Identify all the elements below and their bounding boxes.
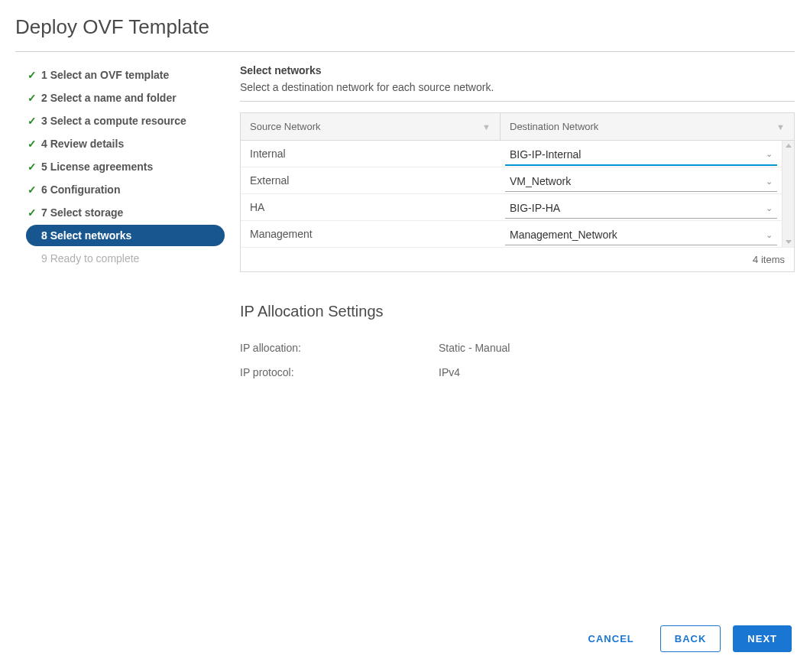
wizard-step[interactable]: ✓2 Select a name and folder	[15, 87, 235, 109]
source-network-cell: Internal	[241, 141, 501, 167]
table-row: InternalBIG-IP-Internal⌄	[241, 141, 782, 167]
ip-allocation-row: IP allocation: Static - Manual	[240, 336, 795, 360]
chevron-down-icon: ⌄	[766, 149, 773, 159]
table-row: HABIG-IP-HA⌄	[241, 194, 782, 221]
ip-allocation-label: IP allocation:	[240, 342, 439, 354]
wizard-step[interactable]: ✓6 Configuration	[15, 179, 235, 200]
ip-protocol-row: IP protocol: IPv4	[240, 360, 795, 385]
table-item-count: 4 items	[241, 247, 794, 271]
wizard-step-label: 1 Select an OVF template	[41, 69, 169, 81]
source-network-cell: HA	[241, 194, 501, 220]
check-icon: ✓	[28, 69, 41, 81]
destination-network-value: VM_Network	[510, 175, 571, 187]
wizard-step[interactable]: ✓1 Select an OVF template	[15, 64, 235, 86]
filter-icon[interactable]: ▼	[776, 122, 785, 131]
check-icon: ✓	[28, 161, 41, 173]
destination-network-dropdown[interactable]: VM_Network⌄	[505, 172, 777, 192]
title-divider	[15, 51, 795, 52]
destination-network-value: BIG-IP-HA	[510, 202, 560, 214]
wizard-step-list: ✓1 Select an OVF template✓2 Select a nam…	[15, 60, 235, 385]
table-row: ExternalVM_Network⌄	[241, 167, 782, 194]
check-icon: ✓	[28, 183, 41, 196]
wizard-step-label: 5 License agreements	[41, 161, 153, 173]
check-icon: ✓	[28, 115, 41, 127]
column-header-destination-label: Destination Network	[510, 121, 598, 132]
check-icon: ✓	[28, 206, 41, 219]
check-icon: ✓	[28, 92, 41, 104]
back-button[interactable]: BACK	[660, 625, 721, 652]
next-button[interactable]: NEXT	[733, 625, 792, 652]
wizard-step: 9 Ready to complete	[15, 248, 235, 269]
column-header-source[interactable]: Source Network ▼	[241, 113, 501, 140]
filter-icon[interactable]: ▼	[482, 122, 491, 131]
chevron-down-icon: ⌄	[766, 230, 773, 240]
network-rows: InternalBIG-IP-Internal⌄ExternalVM_Netwo…	[241, 141, 782, 247]
wizard-step-label: 8 Select networks	[41, 229, 131, 242]
wizard-step-label: 7 Select storage	[41, 206, 123, 219]
ip-allocation-heading: IP Allocation Settings	[240, 303, 795, 320]
page-title: Deploy OVF Template	[15, 15, 795, 42]
cancel-button[interactable]: CANCEL	[575, 626, 648, 651]
source-network-cell: External	[241, 167, 501, 193]
section-heading: Select networks	[240, 64, 795, 76]
wizard-step[interactable]: ✓7 Select storage	[15, 202, 235, 223]
destination-network-dropdown[interactable]: BIG-IP-HA⌄	[505, 199, 777, 219]
chevron-down-icon: ⌄	[766, 203, 773, 213]
destination-network-value: BIG-IP-Internal	[510, 148, 581, 161]
network-table-header: Source Network ▼ Destination Network ▼	[241, 112, 794, 141]
ip-allocation-value: Static - Manual	[439, 342, 510, 354]
content-pane: Select networks Select a destination net…	[235, 60, 795, 385]
wizard-step[interactable]: ✓3 Select a compute resource	[15, 110, 235, 131]
scrollbar[interactable]	[782, 141, 794, 247]
section-description: Select a destination network for each so…	[240, 81, 795, 93]
column-header-destination[interactable]: Destination Network ▼	[501, 113, 794, 140]
network-table: Source Network ▼ Destination Network ▼ I…	[240, 112, 795, 272]
wizard-step-label: 4 Review details	[41, 138, 124, 150]
source-network-cell: Management	[241, 221, 501, 247]
wizard-body: ✓1 Select an OVF template✓2 Select a nam…	[15, 60, 795, 385]
wizard-step-label: 3 Select a compute resource	[41, 115, 186, 127]
wizard-step[interactable]: ✓5 License agreements	[15, 156, 235, 177]
wizard-step-label: 2 Select a name and folder	[41, 92, 177, 104]
wizard-step[interactable]: 8 Select networks	[26, 225, 225, 246]
ip-protocol-label: IP protocol:	[240, 366, 439, 378]
table-row: ManagementManagement_Network⌄	[241, 221, 782, 247]
section-divider	[240, 101, 795, 102]
destination-network-value: Management_Network	[510, 229, 617, 241]
column-header-source-label: Source Network	[250, 121, 320, 132]
wizard-step-label: 9 Ready to complete	[41, 252, 139, 265]
destination-network-dropdown[interactable]: Management_Network⌄	[505, 226, 777, 245]
destination-network-dropdown[interactable]: BIG-IP-Internal⌄	[505, 145, 777, 166]
chevron-down-icon: ⌄	[766, 177, 773, 187]
check-icon: ✓	[28, 138, 41, 150]
wizard-button-bar: CANCEL BACK NEXT	[575, 625, 792, 652]
ip-protocol-value: IPv4	[439, 366, 460, 378]
wizard-step[interactable]: ✓4 Review details	[15, 133, 235, 154]
wizard-step-label: 6 Configuration	[41, 183, 120, 196]
